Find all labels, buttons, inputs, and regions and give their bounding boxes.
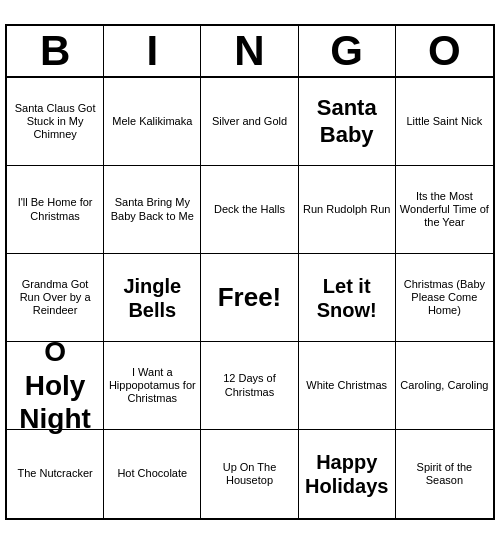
- header-letter-i: I: [104, 26, 201, 76]
- bingo-cell-2: Silver and Gold: [201, 78, 298, 166]
- bingo-cell-3: Santa Baby: [299, 78, 396, 166]
- bingo-cell-17: 12 Days of Christmas: [201, 342, 298, 430]
- header-letter-o: O: [396, 26, 493, 76]
- bingo-cell-22: Up On The Housetop: [201, 430, 298, 518]
- bingo-cell-11: Jingle Bells: [104, 254, 201, 342]
- bingo-cell-18: White Christmas: [299, 342, 396, 430]
- bingo-cell-5: I'll Be Home for Christmas: [7, 166, 104, 254]
- bingo-card: BINGO Santa Claus Got Stuck in My Chimne…: [5, 24, 495, 520]
- bingo-cell-14: Christmas (Baby Please Come Home): [396, 254, 493, 342]
- bingo-cell-23: Happy Holidays: [299, 430, 396, 518]
- bingo-cell-12: Free!: [201, 254, 298, 342]
- header-letter-n: N: [201, 26, 298, 76]
- bingo-cell-20: The Nutcracker: [7, 430, 104, 518]
- bingo-grid: Santa Claus Got Stuck in My ChimneyMele …: [7, 78, 493, 518]
- bingo-header: BINGO: [7, 26, 493, 78]
- bingo-cell-13: Let it Snow!: [299, 254, 396, 342]
- bingo-cell-19: Caroling, Caroling: [396, 342, 493, 430]
- bingo-cell-9: Its the Most Wonderful Time of the Year: [396, 166, 493, 254]
- bingo-cell-4: Little Saint Nick: [396, 78, 493, 166]
- bingo-cell-16: I Want a Hippopotamus for Christmas: [104, 342, 201, 430]
- bingo-cell-0: Santa Claus Got Stuck in My Chimney: [7, 78, 104, 166]
- bingo-cell-24: Spirit of the Season: [396, 430, 493, 518]
- bingo-cell-21: Hot Chocolate: [104, 430, 201, 518]
- header-letter-g: G: [299, 26, 396, 76]
- bingo-cell-6: Santa Bring My Baby Back to Me: [104, 166, 201, 254]
- bingo-cell-10: Grandma Got Run Over by a Reindeer: [7, 254, 104, 342]
- bingo-cell-15: O Holy Night: [7, 342, 104, 430]
- bingo-cell-8: Run Rudolph Run: [299, 166, 396, 254]
- header-letter-b: B: [7, 26, 104, 76]
- bingo-cell-1: Mele Kalikimaka: [104, 78, 201, 166]
- bingo-cell-7: Deck the Halls: [201, 166, 298, 254]
